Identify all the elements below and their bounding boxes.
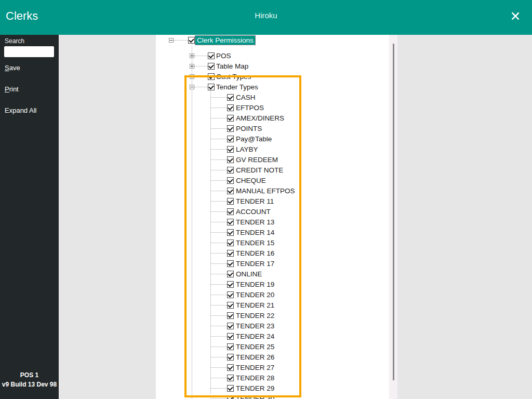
tree-checkbox-checked[interactable] xyxy=(227,125,234,132)
tree-checkbox-checked[interactable] xyxy=(227,260,234,267)
search-input[interactable] xyxy=(4,46,54,57)
tree-node-label[interactable]: TENDER 11 xyxy=(236,197,274,206)
tree-checkbox-checked[interactable] xyxy=(227,291,234,298)
tree-node-label[interactable]: ONLINE xyxy=(236,270,262,278)
tree-checkbox-checked[interactable] xyxy=(227,375,234,381)
expand-toggle-icon[interactable] xyxy=(190,74,194,79)
tree-checkbox-checked[interactable] xyxy=(227,188,234,194)
tree-connector-line xyxy=(210,295,227,295)
tree-node-label[interactable]: GV REDEEM xyxy=(236,155,278,164)
tree-checkbox-checked[interactable] xyxy=(227,208,234,215)
tree-node-label[interactable]: TENDER 30 xyxy=(236,394,274,399)
tree-node-label[interactable]: TENDER 26 xyxy=(236,353,274,362)
tree-checkbox-checked[interactable] xyxy=(208,84,215,90)
tree-connector-line xyxy=(210,97,227,98)
tree-checkbox-checked[interactable] xyxy=(227,333,234,340)
tree-node-label[interactable]: POINTS xyxy=(236,124,262,133)
expand-all-button[interactable]: Expand All xyxy=(5,107,36,114)
tree-node-label[interactable]: Table Map xyxy=(216,62,248,71)
tree-checkbox-checked[interactable] xyxy=(208,52,215,59)
tree-checkbox-checked[interactable] xyxy=(227,104,234,111)
tree-connector-line xyxy=(210,263,227,264)
tree-checkbox-checked[interactable] xyxy=(227,250,234,257)
tree-node-label[interactable]: Tender Types xyxy=(216,83,258,91)
window-title: Hiroku xyxy=(0,11,532,20)
tree-checkbox-checked[interactable] xyxy=(227,385,234,392)
tree-checkbox-checked[interactable] xyxy=(227,167,234,174)
tree-node-label[interactable]: POS xyxy=(216,51,231,60)
tree-node-label[interactable]: TENDER 28 xyxy=(236,374,274,382)
tree-node-label[interactable]: TENDER 29 xyxy=(236,384,274,393)
expand-toggle-icon[interactable] xyxy=(190,64,194,69)
expand-toggle-icon[interactable] xyxy=(190,54,194,58)
tree-node-label[interactable]: LAYBY xyxy=(236,145,258,154)
tree-connector-line xyxy=(210,253,227,254)
tree-node-label[interactable]: TENDER 15 xyxy=(236,238,274,247)
tree-checkbox-checked[interactable] xyxy=(227,177,234,184)
tree-node-label[interactable]: CASH xyxy=(236,93,256,102)
tree-node-label[interactable]: CREDIT NOTE xyxy=(236,166,283,175)
tree-connector-line xyxy=(210,336,227,337)
tree-checkbox-checked[interactable] xyxy=(227,364,234,371)
tree-checkbox-checked[interactable] xyxy=(227,240,234,246)
tree-node-label[interactable]: Cust Types xyxy=(216,72,251,81)
tree-node-label[interactable]: TENDER 20 xyxy=(236,290,274,299)
tree-checkbox-checked[interactable] xyxy=(227,156,234,163)
tree-connector-line xyxy=(210,128,227,129)
tree-node-label[interactable]: TENDER 19 xyxy=(236,280,274,289)
tree-connector-line xyxy=(210,149,227,150)
save-button[interactable]: Save xyxy=(5,64,20,72)
tree-checkbox-checked[interactable] xyxy=(227,229,234,236)
pos-station-label: POS 1 xyxy=(0,370,59,380)
tree-checkbox-checked[interactable] xyxy=(227,312,234,319)
tree-connector-line xyxy=(210,284,227,285)
tree-connector-line xyxy=(194,66,208,66)
tree-node-label[interactable]: TENDER 14 xyxy=(236,228,274,237)
tree-node-label[interactable]: TENDER 22 xyxy=(236,311,274,320)
print-button[interactable]: Print xyxy=(5,85,19,93)
tree-checkbox-checked[interactable] xyxy=(227,343,234,350)
tree-checkbox-checked[interactable] xyxy=(227,281,234,288)
tree-node-label[interactable]: Pay@Table xyxy=(236,135,272,143)
tree-checkbox-checked[interactable] xyxy=(227,94,234,101)
tree-node-label[interactable]: ACCOUNT xyxy=(236,207,271,216)
tree-node-label[interactable]: EFTPOS xyxy=(236,103,264,112)
tree-checkbox-checked[interactable] xyxy=(208,73,215,80)
tree-connector-line xyxy=(194,76,208,77)
tree-checkbox-checked[interactable] xyxy=(227,354,234,361)
tree-checkbox-checked[interactable] xyxy=(208,63,215,70)
tree-connector-line xyxy=(210,118,227,118)
tree-connector-line xyxy=(210,326,227,326)
tree-checkbox-checked[interactable] xyxy=(227,395,234,399)
tree-connector-line xyxy=(210,211,227,212)
tree-checkbox-checked[interactable] xyxy=(227,323,234,329)
tree-checkbox-checked[interactable] xyxy=(227,198,234,205)
collapse-toggle-icon[interactable] xyxy=(190,85,194,89)
tree-checkbox-checked[interactable] xyxy=(227,219,234,225)
tree-node-label[interactable]: TENDER 13 xyxy=(236,218,274,227)
tree-node-label[interactable]: TENDER 17 xyxy=(236,259,274,268)
tree-node-label[interactable]: TENDER 16 xyxy=(236,249,274,258)
tree-node-label[interactable]: TENDER 23 xyxy=(236,322,274,330)
close-icon[interactable]: ✕ xyxy=(506,7,525,25)
tree-checkbox-checked[interactable] xyxy=(227,271,234,277)
tree-node-label[interactable]: TENDER 25 xyxy=(236,342,274,351)
tree-connector-line xyxy=(210,388,227,389)
collapse-toggle-icon[interactable] xyxy=(169,38,174,43)
tree-node-label[interactable]: TENDER 21 xyxy=(236,301,274,310)
tree-node-label[interactable]: CHEQUE xyxy=(236,176,266,185)
tree-connector-line xyxy=(210,315,227,316)
tree-node-label[interactable]: MANUAL EFTPOS xyxy=(236,187,295,195)
tree-connector-line xyxy=(210,305,227,305)
tree-checkbox-checked[interactable] xyxy=(227,302,234,309)
scrollbar-thumb[interactable] xyxy=(393,44,394,380)
tree-node-label[interactable]: TENDER 24 xyxy=(236,332,274,341)
tree-node-label[interactable]: TENDER 27 xyxy=(236,363,274,372)
tree-checkbox-checked[interactable] xyxy=(188,37,195,44)
tree-connector-line xyxy=(194,56,208,56)
tree-node-label[interactable]: AMEX/DINERS xyxy=(236,114,284,123)
tree-checkbox-checked[interactable] xyxy=(227,115,234,122)
tree-checkbox-checked[interactable] xyxy=(227,136,234,142)
tree-checkbox-checked[interactable] xyxy=(227,146,234,153)
tree-node-label-selected[interactable]: Clerk Permissions xyxy=(195,36,255,45)
